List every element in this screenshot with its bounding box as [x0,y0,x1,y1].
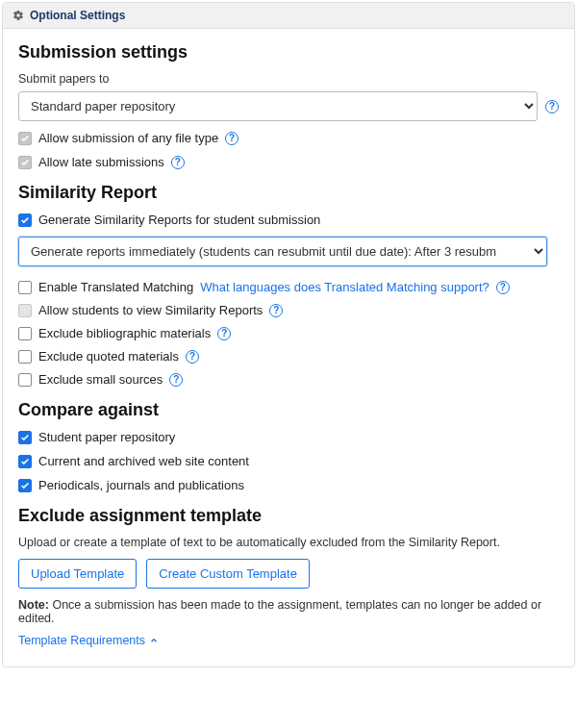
allow-view-checkbox[interactable] [18,304,32,317]
template-note: Note: Once a submission has been made to… [18,598,559,625]
translated-matching-label: Enable Translated Matching [38,280,193,294]
exclude-bib-label: Exclude bibliographic materials [38,326,211,340]
allow-any-file-checkbox[interactable] [18,132,32,145]
submit-papers-to-select[interactable]: Standard paper repository [18,91,538,121]
help-icon[interactable]: ? [169,373,183,387]
note-text: Once a submission has been made to the a… [18,598,541,625]
help-icon[interactable]: ? [225,132,238,145]
panel-header[interactable]: Optional Settings [3,3,574,29]
exclude-template-heading: Exclude assignment template [18,506,559,526]
translated-matching-checkbox[interactable] [18,281,32,294]
exclude-quoted-label: Exclude quoted materials [38,349,179,364]
periodicals-label: Periodicals, journals and publications [38,478,244,492]
panel-body: Submission settings Submit papers to Sta… [3,29,574,666]
template-requirements-link[interactable]: Template Requirements [18,634,159,647]
generate-reports-checkbox[interactable] [18,213,32,227]
chevron-up-icon [149,636,159,645]
similarity-report-heading: Similarity Report [18,183,559,203]
exclude-template-desc: Upload or create a template of text to b… [18,536,559,549]
optional-settings-panel: Optional Settings Submission settings Su… [2,2,575,667]
allow-view-label: Allow students to view Similarity Report… [38,303,263,317]
submission-settings-heading: Submission settings [18,42,559,63]
exclude-quoted-checkbox[interactable] [18,350,32,364]
translated-matching-link[interactable]: What languages does Translated Matching … [200,280,489,294]
student-repo-label: Student paper repository [38,430,175,444]
exclude-bib-checkbox[interactable] [18,327,32,340]
submit-papers-to-label: Submit papers to [18,72,559,86]
periodicals-checkbox[interactable] [18,479,32,492]
gear-icon [13,10,24,21]
upload-template-button[interactable]: Upload Template [18,559,137,589]
allow-any-file-label: Allow submission of any file type [38,131,218,145]
web-content-checkbox[interactable] [18,455,32,468]
web-content-label: Current and archived web site content [38,454,249,468]
help-icon[interactable]: ? [217,327,231,340]
report-timing-select[interactable]: Generate reports immediately (students c… [18,237,547,266]
exclude-small-checkbox[interactable] [18,373,32,387]
help-icon[interactable]: ? [269,304,283,317]
allow-late-label: Allow late submissions [38,155,164,169]
help-icon[interactable]: ? [496,281,510,294]
exclude-small-label: Exclude small sources [38,372,163,387]
help-icon[interactable]: ? [545,100,559,113]
generate-reports-label: Generate Similarity Reports for student … [38,213,320,227]
create-custom-template-button[interactable]: Create Custom Template [146,559,310,589]
compare-against-heading: Compare against [18,400,559,420]
help-icon[interactable]: ? [171,156,185,169]
student-repo-checkbox[interactable] [18,431,32,444]
help-icon[interactable]: ? [186,350,199,364]
allow-late-checkbox[interactable] [18,156,32,169]
note-label: Note: [18,598,49,612]
panel-title: Optional Settings [30,9,125,22]
